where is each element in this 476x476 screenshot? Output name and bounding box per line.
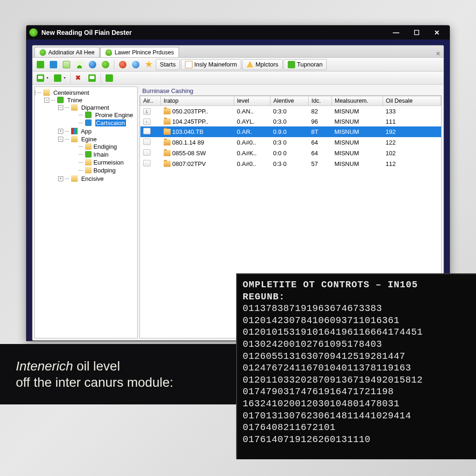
folder-icon	[164, 150, 171, 156]
tab-icon	[106, 49, 112, 56]
caption-em: Intenerich	[16, 359, 73, 373]
collapse-icon[interactable]: −	[58, 137, 63, 142]
expand-icon[interactable]: +	[58, 129, 63, 134]
titlebar[interactable]: New Reading Oil Fiain Dester — ☐ ✕	[26, 26, 450, 40]
row-handle-icon[interactable]	[143, 160, 151, 166]
table-row[interactable]: ›104.245TPP..0.AYL.0:3.096MISNUM111	[140, 116, 441, 126]
document-tabs: Addinatior All Hee Lawer Plnince Prduses…	[33, 46, 443, 58]
tree-label: App	[81, 128, 92, 135]
console-line: 01247672411670104011378119163	[243, 362, 472, 374]
folder-icon	[164, 139, 171, 145]
mplctors-button[interactable]: Mplctors	[242, 59, 283, 70]
library-icon	[71, 128, 78, 134]
toolbar-button[interactable]	[47, 59, 60, 70]
tree-leaf[interactable]: Proine Engine	[79, 111, 136, 119]
tree-node[interactable]: − Egine Endiging Irhain Eurmeision B	[65, 135, 136, 175]
window-title: New Reading Oil Fiain Dester	[41, 29, 389, 36]
col-level[interactable]: level	[234, 96, 271, 106]
group-label: Burninase Cashing	[139, 86, 442, 95]
col-air[interactable]: Air..	[140, 96, 161, 106]
tab-addinatior[interactable]: Addinatior All Hee	[34, 47, 99, 57]
row-handle-icon[interactable]: 1	[143, 108, 151, 115]
console-title: OMPLETITE OT CONTROTS – IN105	[243, 279, 472, 291]
toolbar-button[interactable]	[60, 59, 73, 70]
folder-icon	[43, 89, 50, 96]
tree-leaf[interactable]: Bodping	[79, 166, 136, 174]
record-button[interactable]	[117, 59, 129, 70]
toolbar-button[interactable]	[103, 73, 115, 84]
toolbar-button[interactable]	[99, 59, 112, 70]
tab-close-button[interactable]: ✕	[434, 50, 442, 57]
toolbar-button[interactable]	[130, 59, 142, 70]
toolbar-button[interactable]	[34, 59, 46, 70]
tree-label: Eurmeision	[93, 159, 124, 166]
tree-label: Irhain	[93, 151, 109, 158]
row-handle-icon[interactable]	[143, 128, 151, 134]
folder-icon	[164, 108, 171, 114]
toolbar-dropdown[interactable]	[52, 73, 68, 84]
console-body: 0113783871919636746733830120142307841060…	[243, 303, 472, 445]
tree-node[interactable]: + Encisive	[65, 175, 136, 183]
toolbar-button[interactable]	[73, 59, 86, 70]
caption-text: oil level	[73, 359, 120, 373]
tab-label: Lawer Plnince Prduses	[114, 49, 174, 56]
tree-label: Cartscaion	[95, 119, 126, 126]
collapse-icon[interactable]: −	[58, 105, 63, 110]
col-oil-desale[interactable]: Oil Desale	[383, 96, 441, 106]
toolbar-button[interactable]	[143, 59, 155, 70]
folder-icon	[71, 136, 78, 142]
tree-leaf[interactable]: Endiging	[79, 143, 136, 151]
tab-lawer-plnince[interactable]: Lawer Plnince Prduses	[100, 47, 179, 57]
table-row[interactable]: 103.040.TB0.AR.0.9.08TMISNUM192	[140, 126, 441, 137]
tree-node[interactable]: + App	[65, 127, 136, 135]
collapse-icon[interactable]: −	[34, 90, 35, 95]
tree-leaf[interactable]: Irhain	[79, 151, 136, 159]
table-row[interactable]: 0855-08 SW0.A#K..0:0 064MISNUM102	[140, 148, 441, 159]
console-line: 0176140719126260131110	[243, 434, 472, 446]
console-line: 011378387191963674673383	[243, 303, 472, 315]
starts-button[interactable]: Starts	[156, 59, 180, 70]
maximize-button[interactable]: ☐	[410, 27, 423, 38]
mainform-button[interactable]: Insly Maineform	[181, 59, 241, 70]
table-row[interactable]: 1050.203TPP..0.AN..0:3:082MISNUM133	[140, 106, 441, 117]
separator	[70, 73, 71, 83]
console-line: 0120101531910164196116664174451	[243, 326, 472, 338]
table-row[interactable]: 080.1.14 890.A#0..0:3 064MISNUM122	[140, 137, 441, 148]
tree-leaf[interactable]: Eurmeision	[79, 159, 136, 166]
main-toolbar: Starts Insly Maineform Mplctors Tupnoran	[33, 58, 443, 72]
row-handle-icon[interactable]	[143, 149, 151, 156]
tree-node[interactable]: − Tnine − Diparment	[51, 96, 136, 183]
tupnoran-button[interactable]: Tupnoran	[284, 59, 327, 70]
toolbar-button[interactable]	[86, 73, 98, 84]
tree-view[interactable]: − Centeirsment − Tnine	[34, 86, 138, 338]
col-idc[interactable]: Idc.	[309, 96, 332, 106]
console-line: 0126055131630709412519281447	[243, 350, 472, 363]
separator	[100, 73, 101, 83]
folder-icon	[71, 175, 78, 182]
folder-icon	[85, 159, 92, 165]
console-line: 0120110332028709136719492015812	[243, 374, 472, 386]
col-alentive[interactable]: Alentive	[271, 96, 309, 106]
tree-root[interactable]: − Centeirsment − Tnine	[37, 89, 136, 184]
table-row[interactable]: 0807:02TPV0.A#0..0:3·057MISNUM112	[140, 159, 441, 169]
row-handle-icon[interactable]	[143, 139, 151, 145]
separator	[114, 60, 114, 70]
row-handle-icon[interactable]: ›	[143, 119, 151, 125]
tab-label: Addinatior All Hee	[48, 49, 94, 56]
col-mealsuurem[interactable]: Mealsuurem.	[332, 96, 383, 106]
folder-icon	[85, 143, 92, 150]
minimize-button[interactable]: —	[389, 27, 403, 38]
expand-icon[interactable]: +	[58, 176, 63, 181]
close-button[interactable]: ✕	[430, 27, 444, 38]
collapse-icon[interactable]: −	[44, 98, 49, 103]
folder-icon	[164, 161, 171, 167]
tree-leaf-selected[interactable]: Cartscaion	[79, 119, 136, 127]
module-icon	[85, 112, 92, 118]
delete-button[interactable]: ✖	[73, 73, 85, 84]
caption-text: off the inter canurs module:	[16, 375, 173, 390]
toolbar-dropdown[interactable]	[34, 73, 51, 84]
toolbar-button[interactable]	[86, 59, 99, 70]
tree-node[interactable]: − Diparment Proine Engine	[65, 104, 136, 127]
tree-label: Centeirsment	[53, 89, 89, 96]
col-iratop[interactable]: Iratop	[161, 96, 234, 106]
